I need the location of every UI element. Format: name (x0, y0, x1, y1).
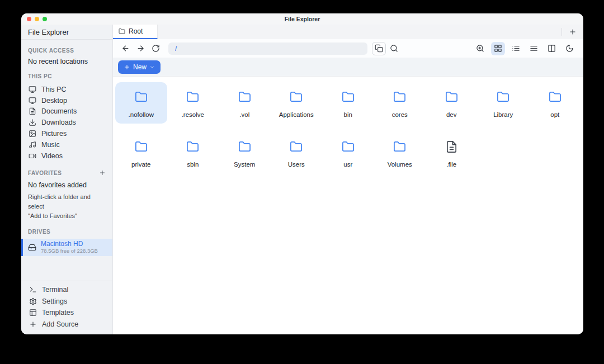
sidebar-footer: Terminal Settings Templates Add Source (21, 281, 112, 334)
forward-icon (136, 44, 145, 53)
footer-item-label: Templates (42, 309, 74, 316)
favorites-header-label: FAVORITES (28, 170, 62, 176)
plus-icon (29, 320, 37, 328)
file-item[interactable]: private (115, 132, 167, 173)
templates-icon (29, 309, 37, 316)
footer-item-label: Add Source (42, 320, 78, 328)
file-name: opt (550, 111, 559, 118)
sidebar-item-downloads[interactable]: Downloads (21, 117, 112, 128)
monitor-icon (29, 97, 36, 105)
file-name: sbin (187, 161, 199, 168)
file-name: .file (446, 161, 456, 168)
file-name: cores (392, 111, 408, 118)
file-name: Volumes (388, 161, 412, 168)
file-item[interactable]: Volumes (374, 132, 426, 173)
split-view-icon (548, 44, 556, 53)
list-view-button[interactable] (509, 42, 523, 55)
split-view-button[interactable] (545, 42, 559, 55)
file-item[interactable]: .file (426, 132, 478, 173)
file-item[interactable]: .resolve (167, 82, 219, 124)
plus-icon (569, 28, 577, 36)
forward-button[interactable] (134, 42, 148, 55)
terminal-icon (29, 286, 37, 294)
dark-mode-button[interactable] (563, 42, 577, 55)
file-name: Applications (279, 111, 314, 118)
terminal-button[interactable]: Terminal (21, 284, 112, 296)
grid-view-icon (494, 44, 502, 53)
sidebar-item-music[interactable]: Music (21, 139, 112, 150)
file-item[interactable]: bin (322, 82, 374, 124)
file-item[interactable]: Users (271, 132, 323, 173)
file-item[interactable]: usr (322, 132, 374, 173)
sidebar-item-label: Videos (41, 152, 63, 160)
this-pc-list: This PC Desktop Documents Downloads (21, 84, 112, 162)
drive-name: Macintosh HD (41, 240, 98, 248)
tab-label: Root (129, 27, 143, 35)
sidebar-item-label: Documents (41, 107, 77, 115)
search-button[interactable] (387, 42, 401, 55)
templates-button[interactable]: Templates (21, 307, 112, 319)
file-item[interactable]: dev (426, 82, 478, 124)
sidebar-item-documents[interactable]: Documents (21, 106, 112, 117)
back-button[interactable] (119, 42, 133, 55)
file-name: bin (344, 111, 352, 118)
favorites-header: FAVORITES (21, 169, 112, 177)
path-input[interactable] (168, 42, 367, 55)
sidebar-item-videos[interactable]: Videos (21, 150, 112, 162)
folder-icon (290, 140, 303, 153)
video-icon (29, 152, 36, 160)
folder-icon (238, 140, 251, 153)
folder-icon (342, 140, 355, 153)
grid-view-button[interactable] (491, 42, 505, 55)
zoom-in-button[interactable] (473, 42, 487, 55)
file-grid: .nofollow .resolve .vol (115, 82, 581, 173)
download-icon (29, 119, 36, 126)
folder-icon (135, 91, 148, 103)
file-item[interactable]: Library (478, 82, 530, 124)
tab-root[interactable]: Root (113, 25, 158, 39)
add-source-button[interactable]: Add Source (21, 319, 112, 330)
settings-button[interactable]: Settings (21, 296, 112, 308)
footer-item-label: Terminal (42, 286, 68, 294)
sidebar-item-desktop[interactable]: Desktop (21, 95, 112, 106)
copy-path-button[interactable] (372, 42, 386, 55)
drive-item-macintosh-hd[interactable]: Macintosh HD 78.5GB free of 228.3GB (21, 239, 112, 256)
action-strip: New (113, 58, 583, 77)
plus-icon (99, 169, 106, 176)
add-favorite-button[interactable] (99, 169, 106, 177)
file-name: Users (288, 161, 305, 168)
folder-icon (393, 140, 406, 153)
folder-icon (186, 140, 199, 153)
file-item[interactable]: Applications (271, 82, 323, 124)
new-tab-button[interactable] (562, 25, 583, 39)
file-icon (445, 140, 458, 153)
file-item[interactable]: cores (374, 82, 426, 124)
music-icon (29, 141, 36, 149)
search-icon (390, 44, 398, 53)
file-item[interactable]: sbin (167, 132, 219, 173)
sidebar-item-pictures[interactable]: Pictures (21, 128, 112, 139)
sidebar-app-title: File Explorer (21, 25, 112, 40)
document-icon (29, 107, 36, 115)
title-bar: File Explorer (21, 13, 583, 25)
sidebar-item-this-pc[interactable]: This PC (21, 84, 112, 95)
detail-view-button[interactable] (527, 42, 541, 55)
file-item[interactable]: .vol (219, 82, 271, 124)
file-item[interactable]: .nofollow (115, 82, 167, 124)
folder-icon (497, 91, 509, 103)
file-item[interactable]: System (219, 132, 271, 173)
footer-item-label: Settings (42, 297, 67, 305)
file-name: .resolve (182, 111, 204, 118)
refresh-icon (152, 44, 160, 53)
back-icon (121, 44, 130, 53)
file-name: System (234, 161, 255, 168)
new-button[interactable]: New (118, 60, 161, 74)
sidebar-item-label: Music (41, 141, 60, 149)
new-button-label: New (133, 63, 147, 71)
file-item[interactable]: opt (529, 82, 581, 124)
toolbar (113, 39, 583, 58)
drives-header: DRIVES (21, 229, 112, 235)
refresh-button[interactable] (149, 42, 163, 55)
detail-view-icon (530, 44, 538, 53)
quick-access-empty: No recent locations (21, 58, 112, 65)
